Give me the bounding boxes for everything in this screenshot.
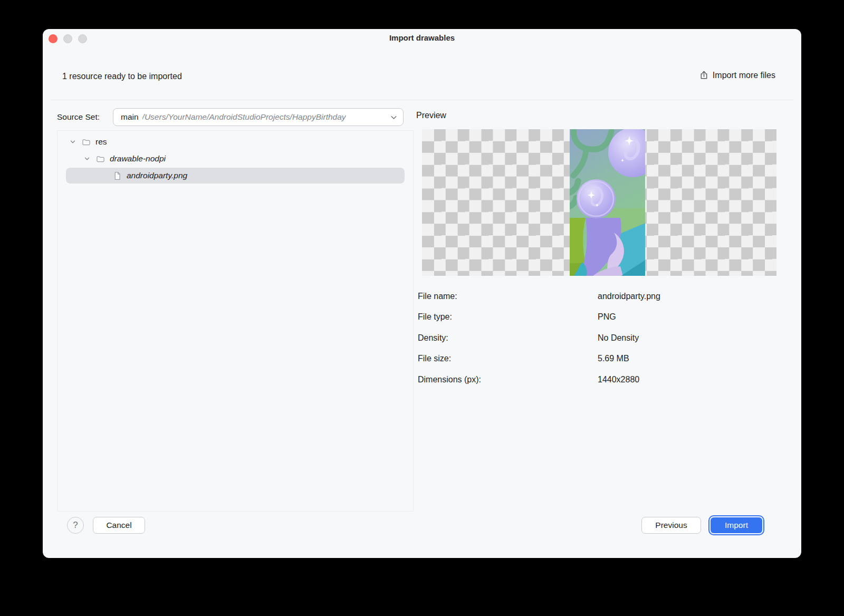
detail-label: File type: bbox=[418, 312, 452, 322]
preview-image bbox=[570, 129, 645, 276]
detail-label: Dimensions (px): bbox=[418, 375, 481, 384]
resource-status-text: 1 resource ready to be imported bbox=[62, 72, 182, 81]
import-drawables-dialog: Import drawables 1 resource ready to be … bbox=[43, 29, 801, 558]
header-divider bbox=[51, 100, 793, 100]
folder-icon bbox=[82, 138, 91, 147]
import-button[interactable]: Import bbox=[711, 517, 762, 533]
help-button[interactable]: ? bbox=[67, 517, 84, 534]
source-set-selected-value: main bbox=[121, 112, 139, 122]
tree-item-label: androidparty.png bbox=[127, 171, 187, 180]
detail-row-dimensions: Dimensions (px): 1440x2880 bbox=[418, 369, 734, 390]
tree-item-res[interactable]: res bbox=[66, 134, 405, 150]
previous-button[interactable]: Previous bbox=[641, 517, 701, 534]
chevron-down-icon[interactable] bbox=[69, 138, 76, 146]
source-set-path: /Users/YourName/AndroidStudioProjects/Ha… bbox=[142, 112, 346, 122]
detail-row-file-size: File size: 5.69 MB bbox=[418, 349, 734, 370]
detail-value: 5.69 MB bbox=[598, 354, 629, 363]
file-details: File name: androidparty.png File type: P… bbox=[418, 286, 734, 390]
tree-item-drawable-nodpi[interactable]: drawable-nodpi bbox=[66, 151, 405, 167]
question-mark-icon: ? bbox=[73, 520, 78, 531]
detail-row-file-name: File name: androidparty.png bbox=[418, 286, 734, 307]
detail-label: File name: bbox=[418, 292, 457, 301]
detail-value: No Density bbox=[598, 333, 639, 343]
folder-icon bbox=[96, 155, 105, 163]
detail-row-density: Density: No Density bbox=[418, 328, 734, 349]
window-title: Import drawables bbox=[43, 33, 801, 42]
detail-label: File size: bbox=[418, 354, 451, 363]
tree-item-label: drawable-nodpi bbox=[110, 154, 166, 163]
tree-item-label: res bbox=[95, 137, 107, 147]
detail-value: 1440x2880 bbox=[598, 375, 639, 384]
detail-row-file-type: File type: PNG bbox=[418, 307, 734, 328]
detail-value: androidparty.png bbox=[598, 292, 660, 301]
preview-heading: Preview bbox=[416, 111, 446, 120]
tree-item-androidparty-png[interactable]: androidparty.png bbox=[66, 168, 405, 184]
file-tree-panel: res drawable-nodpi bbox=[57, 130, 414, 512]
source-set-label: Source Set: bbox=[57, 112, 100, 122]
chevron-down-icon[interactable] bbox=[83, 155, 91, 162]
screen: Import drawables 1 resource ready to be … bbox=[0, 0, 844, 616]
detail-value: PNG bbox=[598, 312, 616, 322]
chevron-down-icon bbox=[389, 113, 398, 124]
source-set-dropdown[interactable]: main /Users/YourName/AndroidStudioProjec… bbox=[113, 108, 404, 126]
file-icon bbox=[113, 171, 122, 180]
cancel-button[interactable]: Cancel bbox=[93, 517, 145, 534]
import-more-files-label: Import more files bbox=[713, 71, 775, 80]
import-button-focus-ring: Import bbox=[708, 515, 764, 535]
upload-icon bbox=[699, 70, 709, 80]
import-more-files-button[interactable]: Import more files bbox=[699, 70, 775, 80]
detail-label: Density: bbox=[418, 333, 448, 343]
